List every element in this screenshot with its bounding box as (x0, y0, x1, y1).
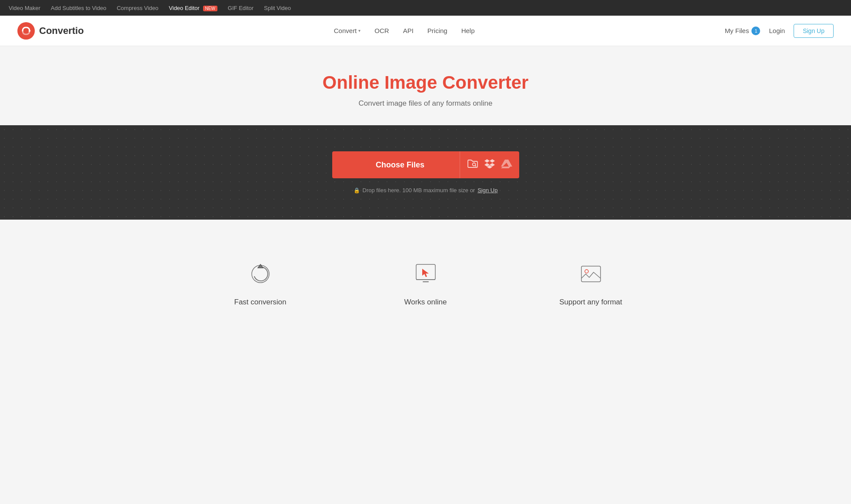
main-nav: Convert ▾ OCR API Pricing Help (334, 27, 475, 34)
header: Convertio Convert ▾ OCR API Pricing Help… (0, 16, 851, 46)
nav-api[interactable]: API (403, 27, 414, 34)
svg-point-2 (472, 163, 475, 166)
choose-files-button[interactable]: Choose Files (332, 151, 519, 178)
svg-line-3 (475, 166, 476, 167)
drop-hint-signup[interactable]: Sign Up (477, 187, 497, 194)
svg-rect-17 (581, 266, 601, 282)
hero-section: Online Image Converter Convert image fil… (0, 46, 851, 125)
upload-section: Choose Files (0, 125, 851, 220)
login-link[interactable]: Login (769, 27, 785, 34)
logo-text: Convertio (39, 25, 84, 37)
svg-marker-5 (490, 159, 495, 163)
logo-icon (17, 22, 35, 40)
header-right: My Files 1 Login Sign Up (725, 24, 834, 38)
support-format-icon-wrap (576, 259, 606, 289)
works-online-icon-wrap (410, 259, 441, 289)
dropbox-icon (484, 159, 495, 171)
refresh-icon (249, 263, 272, 285)
works-online-title: Works online (352, 298, 500, 307)
choose-files-label: Choose Files (332, 160, 460, 170)
topbar-video-editor[interactable]: Video Editor NEW (169, 5, 217, 11)
lock-icon: 🔒 (354, 187, 360, 194)
nav-pricing[interactable]: Pricing (427, 27, 447, 34)
hero-title: Online Image Converter (9, 72, 842, 93)
feature-works-online: Works online (343, 250, 508, 315)
my-files-badge: 1 (751, 27, 760, 35)
google-drive-icon (501, 159, 512, 171)
nav-ocr[interactable]: OCR (374, 27, 389, 34)
topbar-add-subtitles[interactable]: Add Subtitles to Video (51, 5, 107, 11)
features-section: Fast conversion Works online Support any… (0, 220, 851, 341)
topbar: Video Maker Add Subtitles to Video Compr… (0, 0, 851, 16)
fast-conversion-icon-wrap (245, 259, 276, 289)
my-files-label: My Files (725, 27, 749, 34)
topbar-split-video[interactable]: Split Video (264, 5, 291, 11)
signup-button[interactable]: Sign Up (794, 24, 834, 38)
drop-hint: 🔒 Drop files here. 100 MB maximum file s… (354, 187, 498, 194)
svg-marker-11 (501, 167, 511, 168)
drop-hint-text: Drop files here. 100 MB maximum file siz… (363, 187, 475, 194)
feature-support-any-format: Support any format (508, 250, 674, 315)
cursor-icon (414, 263, 437, 285)
svg-point-18 (585, 270, 588, 273)
upload-icons (460, 151, 519, 178)
svg-marker-13 (258, 264, 263, 268)
topbar-gif-editor[interactable]: GIF Editor (228, 5, 254, 11)
my-files-link[interactable]: My Files 1 (725, 27, 761, 35)
topbar-video-maker[interactable]: Video Maker (9, 5, 40, 11)
support-format-title: Support any format (517, 298, 665, 307)
chevron-down-icon: ▾ (358, 28, 360, 33)
nav-help[interactable]: Help (461, 27, 475, 34)
hero-subtitle: Convert image files of any formats onlin… (9, 99, 842, 108)
fast-conversion-title: Fast conversion (187, 298, 334, 307)
feature-fast-conversion: Fast conversion (178, 250, 343, 315)
image-icon (580, 263, 602, 285)
nav-convert[interactable]: Convert ▾ (334, 27, 361, 34)
new-badge: NEW (203, 6, 217, 11)
svg-point-0 (17, 22, 35, 40)
topbar-compress-video[interactable]: Compress Video (117, 5, 158, 11)
svg-marker-4 (484, 159, 490, 163)
logo-area[interactable]: Convertio (17, 22, 84, 40)
folder-search-icon (467, 159, 478, 171)
